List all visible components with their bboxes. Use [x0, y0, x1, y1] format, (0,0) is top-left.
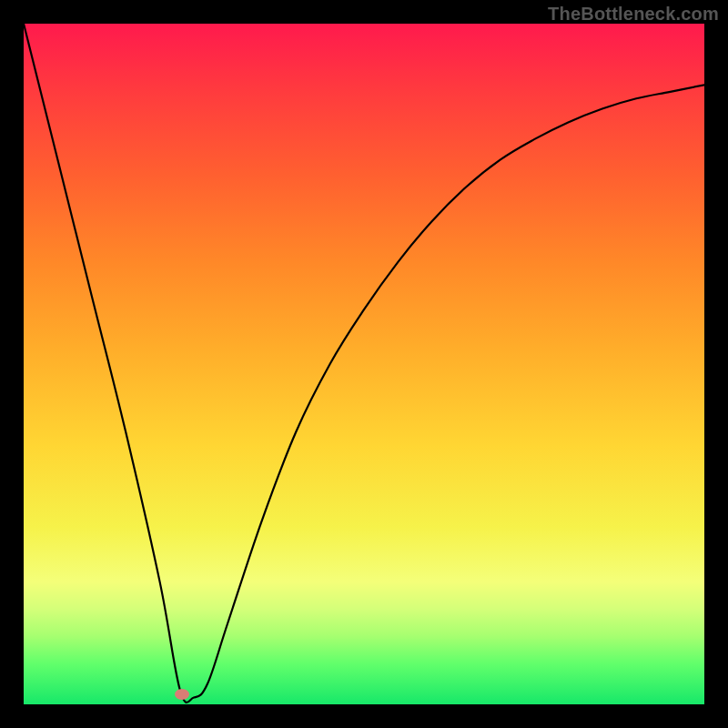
chart-frame: TheBottleneck.com — [0, 0, 728, 728]
minimum-marker — [175, 689, 189, 700]
watermark-text: TheBottleneck.com — [548, 4, 719, 25]
bottleneck-curve — [24, 24, 704, 704]
plot-area — [24, 24, 704, 704]
